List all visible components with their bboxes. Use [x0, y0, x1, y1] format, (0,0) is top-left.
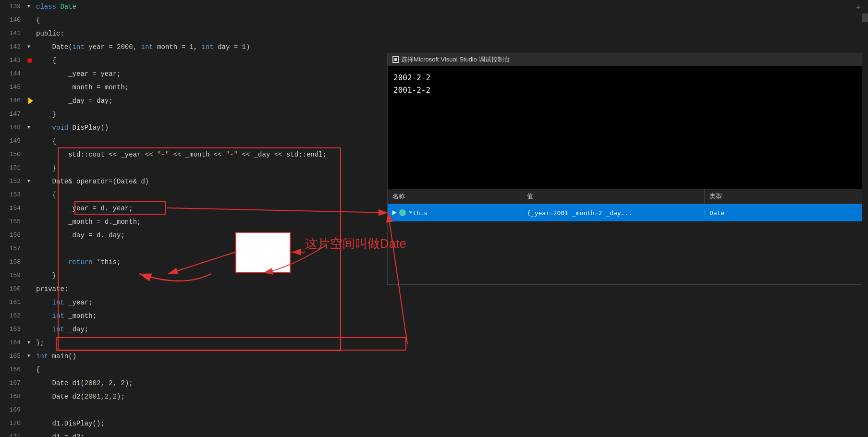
current-line-arrow-icon [28, 97, 33, 104]
code-line-145: 145 _month = month; [0, 81, 384, 94]
code-line-150: 150 std::cout << _year << "-" << _month … [0, 148, 384, 161]
gutter-170 [26, 417, 34, 430]
token: 2 [109, 379, 112, 387]
token: int [202, 43, 214, 51]
code-line-159: 159 } [0, 269, 384, 282]
gutter-152: ▼ [26, 175, 34, 188]
token: *this; [93, 258, 121, 266]
token [36, 312, 52, 320]
line-num-145: 145 [0, 81, 26, 94]
token: << _month << [169, 151, 226, 158]
code-content-165: int main() [34, 350, 384, 363]
line-num-154: 154 [0, 202, 26, 215]
code-line-160: 160private: [0, 282, 384, 296]
gutter-154 [26, 202, 34, 215]
code-content-149: { [34, 134, 384, 148]
gutter-150 [26, 148, 34, 161]
code-line-161: 161 int _year; [0, 296, 384, 309]
code-content-154: _year = d._year; [34, 202, 384, 215]
line-num-163: 163 [0, 323, 26, 336]
vars-this-value: {_year=2001 _month=2 _day... [522, 209, 705, 217]
gutter-139: ▼ [26, 0, 34, 13]
line-num-160: 160 [0, 282, 26, 296]
token: int [73, 43, 85, 51]
line-num-143: 143 [0, 54, 26, 67]
gutter-140 [26, 13, 34, 27]
line-num-148: 148 [0, 121, 26, 134]
code-editor: 139▼class Date140{141public:142▼ Date(in… [0, 0, 384, 437]
gutter-153 [26, 188, 34, 202]
line-num-139: 139 [0, 0, 26, 13]
vars-row-this[interactable]: *this {_year=2001 _month=2 _day... Date [388, 204, 868, 221]
code-line-148: 148▼ void DisPlay() [0, 121, 384, 134]
code-line-151: 151 } [0, 161, 384, 175]
code-line-140: 140{ [0, 13, 384, 27]
code-line-141: 141public: [0, 27, 384, 40]
token: Date d2( [36, 393, 85, 401]
line-num-170: 170 [0, 417, 26, 430]
code-content-155: _month = d._month; [34, 215, 384, 229]
line-num-146: 146 [0, 94, 26, 108]
token [36, 124, 52, 132]
token: - [230, 151, 233, 158]
code-content-159: } [34, 269, 384, 282]
token: ); [125, 379, 133, 387]
token: 2000 [117, 43, 133, 51]
code-line-147: 147 } [0, 108, 384, 121]
token: year = [85, 43, 117, 51]
line-num-158: 158 [0, 255, 26, 269]
line-num-149: 149 [0, 134, 26, 148]
gutter-162 [26, 309, 34, 323]
code-line-149: 149 { [0, 134, 384, 148]
gutter-145 [26, 81, 34, 94]
line-num-157: 157 [0, 242, 26, 255]
line-num-153: 153 [0, 188, 26, 202]
collapse-arrow-icon[interactable]: ▼ [27, 0, 30, 13]
code-content-164: }; [34, 336, 384, 350]
token: { [36, 57, 56, 64]
resize-icon: ✛ [856, 3, 860, 11]
gutter-167 [26, 376, 34, 390]
token: Date d1( [36, 379, 85, 387]
gutter-146 [26, 94, 34, 108]
collapse-arrow-icon[interactable]: ▼ [27, 350, 30, 363]
code-line-168: 168 Date d2(2001,2,2); [0, 390, 384, 403]
debug-title: 选择Microsoft Visual Studio 调试控制台 [401, 55, 510, 64]
token: int [52, 312, 64, 320]
code-content-145: _month = month; [34, 81, 384, 94]
collapse-arrow-icon[interactable]: ▼ [27, 40, 30, 54]
token: , [194, 43, 202, 51]
gutter-144 [26, 67, 34, 81]
line-num-144: 144 [0, 67, 26, 81]
token: , [100, 393, 104, 401]
code-content-150: std::cout << _year << "-" << _month << "… [34, 148, 384, 161]
gutter-169 [26, 403, 34, 417]
gutter-147 [26, 108, 34, 121]
code-line-146: 146 _day = day; [0, 94, 384, 108]
vars-col-value-header: 值 [522, 189, 705, 204]
line-num-142: 142 [0, 40, 26, 54]
expand-triangle-icon[interactable] [392, 210, 396, 215]
token: 2002 [85, 379, 101, 387]
token: day = [214, 43, 242, 51]
token: { [36, 137, 56, 145]
code-content-160: private: [34, 282, 384, 296]
token: _month = month; [36, 84, 129, 91]
code-line-143: 143 { [0, 54, 384, 67]
code-content-158: return *this; [34, 255, 384, 269]
collapse-arrow-icon[interactable]: ▼ [27, 336, 30, 350]
token [36, 258, 68, 266]
gutter-158 [26, 255, 34, 269]
vars-col-type-header: 类型 [705, 189, 868, 204]
token: 2 [105, 393, 109, 401]
token: , [109, 393, 112, 401]
collapse-arrow-icon[interactable]: ▼ [27, 121, 30, 134]
scrollbar-thumb[interactable] [862, 13, 868, 22]
code-line-154: 154 _year = d._year; [0, 202, 384, 215]
token: _day; [64, 326, 88, 333]
collapse-arrow-icon[interactable]: ▼ [27, 175, 30, 188]
code-content-163: int _day; [34, 323, 384, 336]
token: ) [246, 43, 250, 51]
token: _year = d._year; [36, 205, 133, 212]
vars-header: 名称 值 类型 [388, 189, 868, 204]
